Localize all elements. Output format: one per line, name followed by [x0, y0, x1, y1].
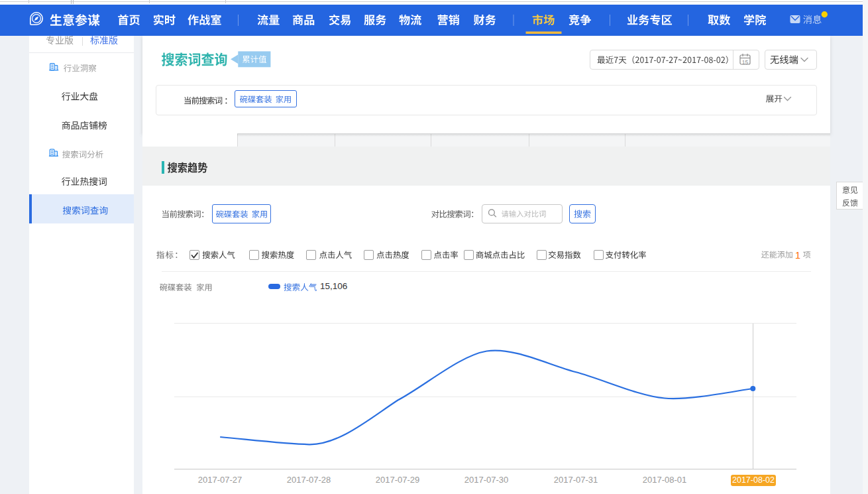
- svg-text:15: 15: [742, 59, 749, 66]
- svg-text:1: 1: [795, 250, 800, 261]
